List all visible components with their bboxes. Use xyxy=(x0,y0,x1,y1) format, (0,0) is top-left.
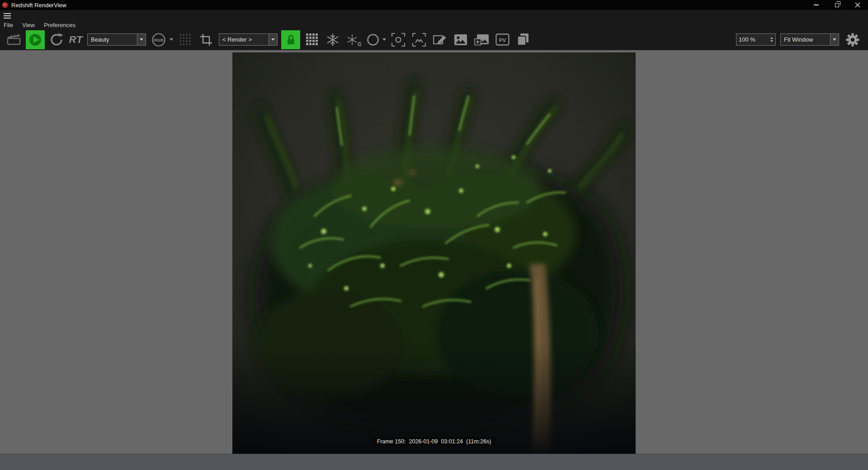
annotate-button[interactable] xyxy=(429,30,450,50)
chevron-down-icon xyxy=(830,34,839,45)
add-image-button[interactable] xyxy=(471,30,492,50)
fit-image-button[interactable] xyxy=(409,30,429,50)
refresh-icon xyxy=(49,33,64,47)
menubar: File View Preferences xyxy=(4,22,75,28)
circle-icon xyxy=(366,33,380,47)
snapshot-film-icon[interactable] xyxy=(4,30,24,50)
region-chevron-down-icon[interactable] xyxy=(382,38,386,41)
toolbar: RT Beauty RGB xyxy=(0,29,868,50)
chevron-down-icon xyxy=(269,34,277,45)
viewport[interactable]: Frame 150: 2026-01-09 03:01:24 (11m:26s) xyxy=(0,50,868,454)
menu-view[interactable]: View xyxy=(22,22,35,28)
bucket-grid-button[interactable] xyxy=(175,30,196,50)
minimize-icon xyxy=(814,5,819,5)
pass-select[interactable]: Beauty xyxy=(87,33,146,46)
lock-button[interactable] xyxy=(281,30,300,49)
snowflake-g-icon: G xyxy=(346,33,361,47)
restart-render-button[interactable] xyxy=(46,30,67,50)
close-button[interactable] xyxy=(847,0,868,10)
crop-icon xyxy=(200,33,212,46)
svg-text:G: G xyxy=(358,41,361,47)
fit-image-icon xyxy=(412,33,426,47)
region-circle-button[interactable] xyxy=(364,30,382,50)
settings-button[interactable] xyxy=(844,30,862,50)
rt-toggle[interactable]: RT xyxy=(67,30,85,50)
freeze-geometry-button[interactable]: G xyxy=(343,30,364,50)
copy-icon xyxy=(516,33,530,46)
window-title: Redshift RenderView xyxy=(11,2,66,9)
app-icon xyxy=(2,2,8,8)
focus-picker-button[interactable] xyxy=(388,30,409,50)
add-image-icon xyxy=(474,33,489,46)
copy-image-button[interactable] xyxy=(513,30,533,50)
image-button[interactable] xyxy=(450,30,471,50)
toolbar-right-group: 100 % Fit Window xyxy=(736,30,864,50)
pv-icon: PV xyxy=(495,33,509,46)
focus-icon xyxy=(392,33,405,47)
restore-button[interactable] xyxy=(826,0,847,10)
fit-mode-select[interactable]: Fit Window xyxy=(780,33,839,46)
freeze-button[interactable] xyxy=(322,30,343,50)
render-image[interactable]: Frame 150: 2026-01-09 03:01:24 (11m:26s) xyxy=(232,52,636,454)
crop-region-button[interactable] xyxy=(196,30,217,50)
lock-icon xyxy=(285,33,297,46)
close-icon xyxy=(855,2,860,8)
menu-file[interactable]: File xyxy=(4,22,13,28)
bottom-status-bar xyxy=(0,454,868,470)
minimize-button[interactable] xyxy=(806,0,826,10)
bucket-grid-icon xyxy=(179,33,192,46)
chevron-down-icon xyxy=(137,34,146,45)
zoom-value: 100 % xyxy=(739,36,755,43)
render-camera-select[interactable]: < Render > xyxy=(219,33,278,46)
header: File View Preferences xyxy=(0,10,868,50)
start-render-button[interactable] xyxy=(26,30,45,49)
zoom-input[interactable]: 100 % xyxy=(736,33,776,46)
rgb-channel-icon: RGB xyxy=(151,33,166,47)
gear-icon xyxy=(845,33,860,47)
rt-label: RT xyxy=(69,34,83,46)
rendered-kale-svg xyxy=(232,52,636,454)
play-icon xyxy=(28,32,43,47)
zoom-spinner[interactable] xyxy=(770,37,773,42)
tile-grid-icon xyxy=(306,33,318,46)
svg-text:PV: PV xyxy=(499,38,506,43)
pass-select-value: Beauty xyxy=(91,36,109,43)
spin-up-icon[interactable] xyxy=(770,37,773,39)
window-controls xyxy=(806,0,868,10)
edit-pencil-icon xyxy=(433,33,447,47)
titlebar: Redshift RenderView xyxy=(0,0,868,10)
image-icon xyxy=(454,34,467,46)
snapshot-grid-button[interactable] xyxy=(302,30,322,50)
fit-mode-value: Fit Window xyxy=(784,36,813,43)
menu-preferences[interactable]: Preferences xyxy=(44,22,75,28)
render-select-value: < Render > xyxy=(222,36,252,43)
spin-down-icon[interactable] xyxy=(770,40,773,42)
channel-select-button[interactable]: RGB xyxy=(148,30,169,50)
picture-viewer-button[interactable]: PV xyxy=(492,30,513,50)
frame-status: Frame 150: 2026-01-09 03:01:24 (11m:26s) xyxy=(373,437,496,446)
restore-icon xyxy=(835,3,839,7)
menu-toggle-button[interactable] xyxy=(4,12,12,20)
svg-text:RGB: RGB xyxy=(154,38,163,42)
redshift-renderview-window: Redshift RenderView File View Preference… xyxy=(0,0,868,50)
channel-chevron-down-icon[interactable] xyxy=(170,38,173,41)
snowflake-icon xyxy=(326,33,340,47)
